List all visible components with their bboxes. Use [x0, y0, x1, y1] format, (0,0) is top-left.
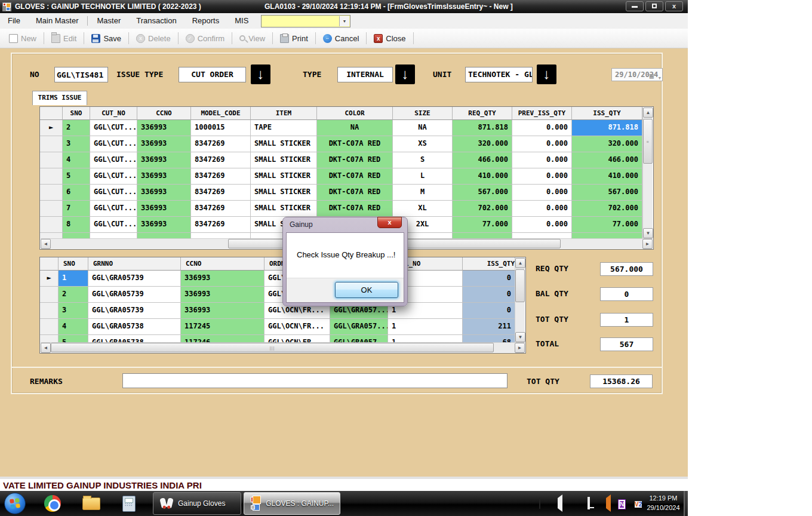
new-button[interactable]: New — [4, 32, 42, 45]
grid-cell[interactable]: 702.000 — [572, 201, 642, 217]
grid-cell[interactable]: 0 — [463, 303, 515, 319]
scroll-down-icon[interactable]: ▼ — [643, 228, 653, 238]
row-selector[interactable] — [40, 185, 63, 201]
grid-cell[interactable]: 336993 — [181, 303, 264, 319]
grid-cell[interactable]: 6 — [63, 185, 90, 201]
scroll-left-icon[interactable]: ◄ — [41, 343, 51, 353]
grid-cell[interactable]: GGL\CUT... — [90, 152, 137, 168]
row-selector[interactable] — [40, 136, 63, 152]
grid-cell[interactable]: DKT-C07A RED — [317, 168, 393, 185]
taskbar-item-gloves-gainup[interactable]: GLOVES : GAINUP... — [244, 492, 340, 515]
grid-cell[interactable]: DKT-C07A RED — [317, 152, 393, 168]
volume-icon[interactable] — [554, 498, 564, 508]
column-header[interactable]: CUT_NO — [90, 107, 137, 120]
column-header[interactable]: ISS_QTY — [572, 107, 642, 120]
grid-cell[interactable]: 4 — [63, 152, 90, 168]
column-header[interactable]: CCNO — [181, 257, 264, 271]
grid-cell[interactable]: SMALL STICKER — [251, 201, 317, 217]
table-row[interactable]: 7GGL\CUT...3369938347269SMALL STICKERDKT… — [40, 201, 653, 217]
total-value[interactable]: 567 — [600, 337, 653, 351]
grid-cell[interactable]: SMALL STICKER — [251, 136, 317, 152]
grid-cell[interactable]: GGL\CUT... — [90, 185, 137, 201]
date-picker[interactable]: 29/10/2024 ▦ ▼ — [611, 68, 663, 81]
column-header[interactable]: MODEL_CODE — [191, 107, 251, 120]
grid-cell[interactable]: 567.000 — [453, 185, 512, 201]
vertical-scrollbar[interactable]: ▲ ≡ ▼ — [642, 108, 653, 238]
chevron-down-icon[interactable]: ▼ — [339, 16, 349, 26]
grid-cell[interactable]: 3 — [59, 303, 88, 319]
grid-cell[interactable]: 320.000 — [453, 136, 512, 152]
grid-cell[interactable]: S — [393, 152, 453, 168]
table-row[interactable]: 4GGL\CUT...3369938347269SMALL STICKERDKT… — [40, 152, 653, 168]
grid-cell[interactable]: 320.000 — [572, 136, 642, 152]
grid-cell[interactable]: GGL\GRA05738 — [88, 319, 181, 335]
show-desktop-button[interactable] — [684, 491, 688, 516]
grid-cell[interactable]: GGL\CUT... — [90, 120, 137, 136]
grid-cell[interactable]: 8347269 — [191, 168, 251, 185]
grid-cell[interactable]: 466.000 — [453, 152, 512, 168]
grid-cell[interactable]: NA — [317, 120, 393, 136]
table-row[interactable]: ►2GGL\CUT...3369931000015TAPENANA871.818… — [40, 120, 653, 136]
restore-button[interactable] — [645, 1, 663, 11]
grid-cell[interactable]: 336993 — [137, 120, 191, 136]
column-header[interactable]: COLOR — [317, 107, 393, 120]
grid-cell[interactable]: 1000015 — [191, 120, 251, 136]
grid-cell[interactable]: XL — [393, 201, 453, 217]
cancel-button[interactable]: ..Cancel — [318, 32, 364, 45]
grid-cell[interactable]: DKT-C07A RED — [317, 201, 393, 217]
grid-cell[interactable]: 336993 — [137, 168, 191, 185]
grid-cell[interactable]: 1 — [388, 319, 463, 335]
grid-cell[interactable]: 336993 — [181, 271, 264, 287]
ok-button[interactable]: OK — [335, 282, 398, 298]
bal-qty-value[interactable]: 0 — [600, 287, 653, 301]
grid-cell[interactable]: SMALL STICKER — [251, 168, 317, 185]
grid-cell[interactable]: SMALL STICKER — [251, 185, 317, 201]
quick-search-combo[interactable]: ▼ — [261, 15, 350, 27]
grid-cell[interactable]: 0.000 — [512, 217, 572, 233]
current-row-indicator[interactable]: ► — [40, 120, 63, 136]
row-selector[interactable] — [40, 303, 59, 319]
grid-cell[interactable]: 567.000 — [572, 185, 642, 201]
scroll-up-icon[interactable]: ▲ — [643, 108, 653, 118]
grid-cell[interactable]: 0.000 — [512, 185, 572, 201]
grid-cell[interactable]: GGL\CUT... — [90, 168, 137, 185]
minimize-button[interactable] — [626, 1, 644, 11]
grid-cell[interactable]: GGL\GRA05739 — [88, 303, 181, 319]
scrollbar-thumb[interactable]: ≡ — [643, 119, 653, 164]
grid-cell[interactable]: 336993 — [137, 152, 191, 168]
grid-cell[interactable]: 336993 — [137, 136, 191, 152]
grid-cell[interactable]: 7 — [63, 201, 90, 217]
taskbar-item-gainup-gloves[interactable]: Gainup Gloves — [153, 492, 241, 515]
start-button[interactable] — [4, 493, 26, 514]
column-header[interactable]: SNO — [63, 107, 90, 120]
issue-type-value[interactable]: CUT ORDER — [179, 67, 246, 82]
grid-cell[interactable]: 1 — [59, 271, 88, 287]
grid-cell[interactable]: 871.818 — [453, 120, 512, 136]
dialog-close-button[interactable]: x — [377, 217, 402, 228]
vertical-scrollbar[interactable]: ▲ ▼ — [515, 258, 525, 342]
grid-cell[interactable]: GGL\CUT... — [90, 201, 137, 217]
scroll-left-icon[interactable]: ◄ — [41, 239, 51, 249]
vnc-icon[interactable]: V2 — [635, 498, 645, 508]
row-selector[interactable] — [40, 287, 59, 303]
grid-cell[interactable]: NA — [393, 120, 453, 136]
grid-cell[interactable]: 4 — [59, 319, 88, 335]
grid-cell[interactable]: 0.000 — [512, 120, 572, 136]
type-value[interactable]: INTERNAL — [337, 67, 393, 82]
menu-main-master[interactable]: Main Master — [28, 13, 87, 29]
taskbar-clock[interactable]: 12:19 PM 29/10/2024 — [645, 493, 682, 512]
grid-cell[interactable]: L — [393, 168, 453, 185]
print-button[interactable]: Print — [275, 32, 313, 45]
bottom-tot-qty-value[interactable]: 15368.26 — [590, 374, 653, 388]
grid-cell[interactable]: 336993 — [137, 201, 191, 217]
row-selector[interactable] — [40, 152, 63, 168]
grid-cell[interactable]: 8347269 — [191, 152, 251, 168]
table-row[interactable]: 3GGL\GRA05739336993GGL\OCN\FR...GGL\GRA0… — [40, 303, 525, 319]
req-qty-value[interactable]: 567.000 — [600, 262, 653, 276]
close-button[interactable]: x — [665, 1, 683, 11]
grid-cell[interactable]: SMALL STICKER — [251, 152, 317, 168]
menu-file[interactable]: File — [0, 13, 28, 29]
menu-transaction[interactable]: Transaction — [128, 13, 184, 29]
tab-trims-issue[interactable]: TRIMS ISSUE — [32, 91, 87, 105]
column-header[interactable]: SNO — [59, 257, 88, 271]
